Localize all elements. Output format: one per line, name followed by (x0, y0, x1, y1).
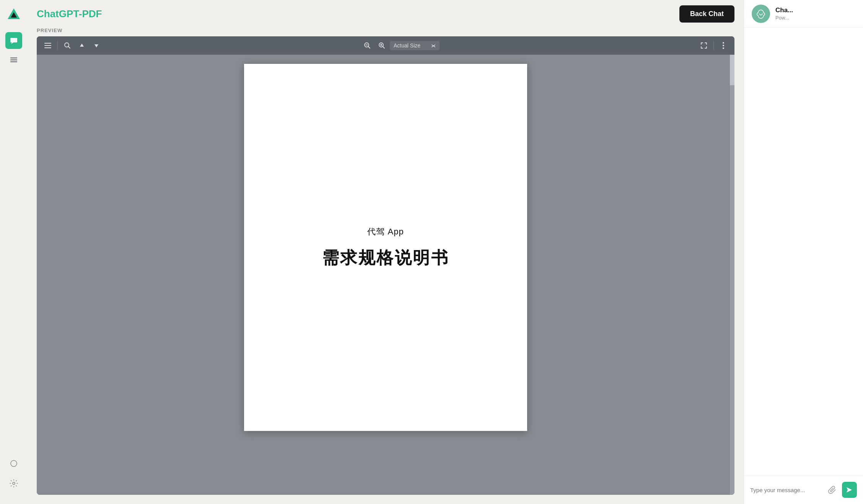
chat-info: Cha... Pow... (775, 7, 793, 21)
svg-point-24 (723, 45, 724, 46)
pdf-zoom-label: Actual Size (394, 42, 420, 49)
pdf-toolbar: Actual Size (37, 36, 734, 55)
pdf-page-area[interactable]: 代驾 App 需求规格说明书 (37, 55, 734, 495)
preview-label: PREVIEW (28, 28, 744, 36)
pdf-prev-button[interactable] (75, 39, 88, 52)
svg-rect-9 (44, 43, 51, 44)
main-content: ChatGPT-PDF Back Chat PREVIEW (28, 0, 744, 504)
svg-marker-3 (11, 42, 13, 44)
svg-marker-15 (94, 44, 98, 47)
svg-point-25 (723, 47, 724, 49)
pdf-zoom-select[interactable]: Actual Size (390, 41, 440, 50)
pdf-page: 代驾 App 需求规格说明书 (244, 64, 527, 431)
svg-line-22 (383, 47, 385, 49)
theme-toggle-button[interactable] (5, 455, 22, 472)
svg-rect-6 (10, 57, 17, 59)
svg-line-18 (368, 47, 370, 49)
chatgpt-avatar (752, 5, 770, 23)
svg-line-13 (68, 47, 70, 49)
pdf-scrollbar-thumb (730, 55, 734, 85)
pdf-scrollbar[interactable] (730, 55, 734, 495)
send-button[interactable] (842, 482, 857, 498)
toolbar-sep-1 (57, 41, 58, 50)
pdf-next-button[interactable] (90, 39, 103, 52)
pdf-page-content: 代驾 App 需求规格说明书 (322, 226, 449, 269)
svg-rect-11 (44, 47, 51, 48)
pdf-subtitle: 代驾 App (367, 226, 404, 237)
sidebar-item-chat[interactable] (5, 32, 22, 49)
pdf-menu-icon[interactable] (41, 39, 54, 52)
top-header: ChatGPT-PDF Back Chat (28, 0, 744, 28)
pdf-zoom-out-button[interactable] (361, 39, 374, 52)
pdf-fullscreen-button[interactable] (697, 39, 710, 52)
pdf-zoom-in-button[interactable] (375, 39, 388, 52)
pdf-viewer: Actual Size (37, 36, 734, 495)
pdf-toolbar-right (697, 39, 730, 52)
back-chat-button[interactable]: Back Chat (679, 5, 734, 23)
sidebar-item-layers[interactable] (5, 52, 22, 69)
chat-input-area (744, 475, 863, 504)
svg-point-7 (11, 460, 17, 467)
app-title: ChatGPT-PDF (37, 8, 679, 20)
chat-status: Pow... (775, 15, 793, 21)
svg-point-8 (13, 482, 15, 484)
chat-header: Cha... Pow... (744, 0, 863, 28)
right-panel: Cha... Pow... (744, 0, 863, 504)
svg-rect-10 (44, 45, 51, 46)
sidebar-bottom (5, 455, 22, 498)
sidebar (0, 0, 28, 504)
toolbar-sep-2 (713, 41, 714, 50)
chat-input[interactable] (750, 487, 823, 493)
pdf-more-button[interactable] (717, 39, 730, 52)
svg-rect-2 (10, 38, 17, 42)
settings-button[interactable] (5, 475, 22, 492)
chat-name: Cha... (775, 7, 793, 14)
svg-point-23 (723, 42, 724, 44)
svg-marker-14 (80, 44, 84, 47)
attach-button[interactable] (827, 484, 838, 496)
svg-rect-5 (10, 61, 17, 62)
app-logo (5, 6, 22, 23)
svg-rect-4 (10, 59, 17, 60)
pdf-search-button[interactable] (61, 39, 74, 52)
pdf-title: 需求规格说明书 (322, 247, 449, 269)
chat-messages[interactable] (744, 28, 863, 475)
